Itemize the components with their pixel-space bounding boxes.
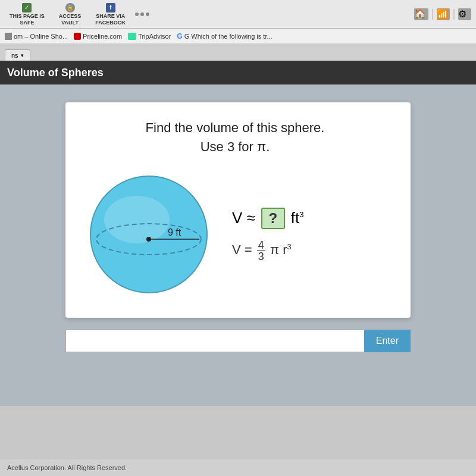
safe-label-line2: SAFE	[20, 20, 34, 26]
tabs-bar: ns ▾	[0, 44, 476, 61]
answer-box: ?	[261, 208, 285, 229]
dot-3	[146, 12, 149, 16]
bookmark-icon-1	[5, 33, 12, 40]
lock-icon: 🔒	[65, 3, 75, 12]
question-title: Find the volume of this sphere.	[83, 120, 387, 136]
fraction-4-3: 4 3	[257, 240, 265, 262]
vault-label: VAULT	[61, 20, 79, 26]
enter-label: Enter	[376, 336, 399, 346]
formula-area: V ≈ ? ft3 V = 4 3 π r3	[232, 208, 304, 262]
more-options[interactable]	[135, 12, 149, 16]
bookmark-label-1: om – Online Sho...	[14, 33, 68, 40]
bookmark-label-3: TripAdvisor	[138, 33, 171, 40]
access-vault-button[interactable]: 🔒 ACCESS VAULT	[54, 1, 86, 27]
v-equals: V =	[232, 242, 252, 257]
enter-button[interactable]: Enter	[364, 330, 411, 352]
svg-text:9 ft: 9 ft	[168, 227, 181, 237]
nav-icons: 🏠 📶 ⚙	[414, 8, 471, 20]
rss-icon[interactable]: 📶	[437, 8, 450, 20]
settings-icon[interactable]: ⚙	[458, 8, 471, 20]
check-icon: ✓	[22, 3, 32, 12]
svg-point-1	[104, 196, 170, 243]
formula-pi: π	[270, 242, 279, 257]
ft-cubed-text: ft3	[291, 209, 304, 227]
question-mark: ?	[269, 210, 278, 227]
browser-window: ✓ THIS PAGE IS SAFE 🔒 ACCESS VAULT f SHA…	[0, 0, 476, 476]
bookmark-label-4: G Which of the following is tr...	[184, 33, 273, 40]
fraction-numerator: 4	[257, 240, 265, 251]
tab-label: ns	[11, 52, 18, 59]
dot-2	[140, 12, 144, 16]
volume-approx-line: V ≈ ? ft3	[232, 208, 304, 229]
formula-line: V = 4 3 π r3	[232, 240, 304, 262]
question-subtitle: Use 3 for π.	[83, 139, 387, 155]
question-body: 9 ft V ≈ ? ft3 V = 4	[83, 169, 387, 300]
bookmark-icon-2	[74, 33, 81, 40]
main-content: Find the volume of this sphere. Use 3 fo…	[0, 84, 476, 406]
google-g-icon: G	[177, 32, 182, 40]
safe-label-line1: THIS PAGE IS	[10, 13, 45, 19]
tab-ns[interactable]: ns ▾	[5, 49, 30, 61]
page-title: Volume of Spheres	[7, 67, 104, 79]
safe-button[interactable]: ✓ THIS PAGE IS SAFE	[5, 1, 49, 27]
share-facebook-button[interactable]: f SHARE VIA FACEBOOK	[90, 1, 130, 27]
sphere-svg: 9 ft	[83, 169, 214, 300]
svg-point-4	[146, 237, 151, 242]
bookmark-online-shopping[interactable]: om – Online Sho...	[5, 33, 68, 40]
question-card: Find the volume of this sphere. Use 3 fo…	[65, 102, 411, 318]
bookmark-tripadvisor[interactable]: TripAdvisor	[128, 33, 171, 40]
bookmark-icon-3	[128, 33, 136, 40]
share-label: SHARE VIA	[96, 13, 125, 19]
home-icon[interactable]: 🏠	[414, 8, 428, 20]
formula-r: r3	[283, 242, 292, 257]
dot-1	[135, 12, 139, 16]
tab-dropdown-icon[interactable]: ▾	[21, 52, 24, 58]
divider	[432, 9, 433, 20]
browser-toolbar: ✓ THIS PAGE IS SAFE 🔒 ACCESS VAULT f SHA…	[0, 0, 476, 29]
bookmarks-bar: om – Online Sho... Priceline.com TripAdv…	[0, 29, 476, 44]
bookmark-priceline[interactable]: Priceline.com	[74, 33, 122, 40]
copyright-text: Acellus Corporation. All Rights Reserved…	[7, 464, 127, 471]
access-label: ACCESS	[59, 13, 82, 19]
footer: Acellus Corporation. All Rights Reserved…	[0, 459, 476, 476]
bookmark-label-2: Priceline.com	[83, 33, 122, 40]
facebook-label: FACEBOOK	[95, 20, 126, 26]
fraction-denominator: 3	[257, 251, 265, 262]
facebook-icon: f	[106, 3, 115, 12]
page-header: Volume of Spheres	[0, 61, 476, 84]
answer-area: Enter	[65, 330, 411, 352]
divider2	[453, 9, 455, 20]
bookmark-google[interactable]: G G Which of the following is tr...	[177, 32, 272, 40]
sphere-illustration: 9 ft	[83, 169, 214, 300]
answer-input[interactable]	[65, 330, 364, 352]
v-approx-text: V ≈	[232, 209, 255, 227]
